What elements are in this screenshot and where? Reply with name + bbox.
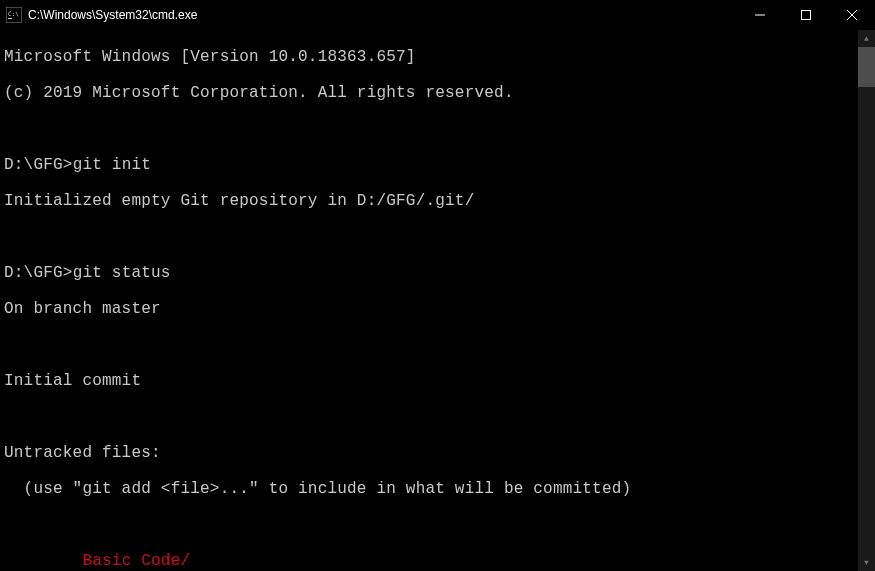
scroll-down-icon[interactable]: ▼: [858, 554, 875, 571]
output-line: Initialized empty Git repository in D:/G…: [4, 192, 875, 210]
svg-rect-2: [8, 18, 12, 19]
untracked-file: Basic Code/: [4, 552, 875, 570]
prompt-line: D:\GFG>git status: [4, 264, 875, 282]
cmd-icon: C:\: [6, 7, 22, 23]
svg-rect-3: [802, 11, 811, 20]
close-button[interactable]: [829, 0, 875, 30]
copyright-line: (c) 2019 Microsoft Corporation. All righ…: [4, 84, 875, 102]
prompt: D:\GFG>: [4, 156, 73, 174]
titlebar[interactable]: C:\ C:\Windows\System32\cmd.exe: [0, 0, 875, 30]
window-controls: [737, 0, 875, 29]
indent: [4, 552, 82, 570]
blank-line: [4, 336, 875, 354]
blank-line: [4, 516, 875, 534]
untracked-name: Basic Code/: [82, 552, 190, 570]
output-line: (use "git add <file>..." to include in w…: [4, 480, 875, 498]
scrollbar[interactable]: ▲ ▼: [858, 30, 875, 571]
prompt: D:\GFG>: [4, 264, 73, 282]
command-text: git init: [73, 156, 151, 174]
blank-line: [4, 120, 875, 138]
output-line: On branch master: [4, 300, 875, 318]
banner-line: Microsoft Windows [Version 10.0.18363.65…: [4, 48, 875, 66]
scrollbar-thumb[interactable]: [858, 47, 875, 87]
output-line: Untracked files:: [4, 444, 875, 462]
svg-text:C:\: C:\: [8, 10, 19, 17]
terminal[interactable]: Microsoft Windows [Version 10.0.18363.65…: [4, 30, 875, 571]
output-line: Initial commit: [4, 372, 875, 390]
minimize-button[interactable]: [737, 0, 783, 30]
prompt-line: D:\GFG>git init: [4, 156, 875, 174]
maximize-button[interactable]: [783, 0, 829, 30]
command-text: git status: [73, 264, 171, 282]
blank-line: [4, 228, 875, 246]
scroll-up-icon[interactable]: ▲: [858, 30, 875, 47]
window-title: C:\Windows\System32\cmd.exe: [28, 8, 737, 22]
blank-line: [4, 408, 875, 426]
